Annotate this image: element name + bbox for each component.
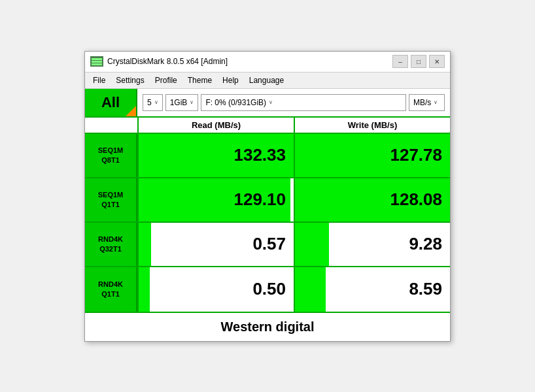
row-label-3: RND4KQ1T1 xyxy=(85,267,137,312)
size-arrow: ∨ xyxy=(190,99,194,105)
write-cell-3: 8.59 xyxy=(294,267,450,312)
top-controls: All 5 ∨ 1GiB ∨ F: 0% (0/931GiB) ∨ MB/s ∨ xyxy=(85,89,450,118)
write-cell-1: 128.08 xyxy=(294,178,450,221)
headers-row: Read (MB/s) Write (MB/s) xyxy=(85,118,450,134)
drive-dropdown[interactable]: F: 0% (0/931GiB) ∨ xyxy=(201,94,406,111)
read-value-1: 129.10 xyxy=(233,189,286,210)
title-bar: CrystalDiskMark 8.0.5 x64 [Admin] – □ ✕ xyxy=(85,52,450,73)
write-cell-0: 127.78 xyxy=(294,134,450,177)
read-cell-2: 0.57 xyxy=(137,223,294,266)
read-bar-2 xyxy=(139,223,151,266)
count-dropdown[interactable]: 5 ∨ xyxy=(143,94,163,111)
menu-item-file[interactable]: File xyxy=(88,74,111,87)
drive-arrow: ∨ xyxy=(269,99,273,105)
controls-right: 5 ∨ 1GiB ∨ F: 0% (0/931GiB) ∨ MB/s ∨ xyxy=(137,89,450,116)
menu-item-theme[interactable]: Theme xyxy=(182,74,217,87)
read-bar-3 xyxy=(139,267,150,312)
menu-item-help[interactable]: Help xyxy=(217,74,244,87)
table-row: SEQ1MQ8T1 132.33 127.78 xyxy=(85,134,450,178)
all-button[interactable]: All xyxy=(85,89,137,116)
footer-row: Western digital xyxy=(85,312,450,341)
write-value-0: 127.78 xyxy=(390,145,442,165)
write-bar-3 xyxy=(295,267,326,312)
table-row: RND4KQ1T1 0.50 8.59 xyxy=(85,267,450,312)
count-value: 5 xyxy=(147,98,152,107)
write-header: Write (MB/s) xyxy=(294,118,450,133)
write-cell-2: 9.28 xyxy=(294,223,450,266)
row-label-0: SEQ1MQ8T1 xyxy=(85,134,137,177)
write-bar-2 xyxy=(295,223,329,266)
row-label-1: SEQ1MQ1T1 xyxy=(85,178,137,221)
main-window: CrystalDiskMark 8.0.5 x64 [Admin] – □ ✕ … xyxy=(84,51,451,342)
write-value-2: 9.28 xyxy=(409,234,442,254)
row-label-2: RND4KQ32T1 xyxy=(85,223,137,266)
read-cell-1: 129.10 xyxy=(137,178,294,221)
title-bar-left: CrystalDiskMark 8.0.5 x64 [Admin] xyxy=(90,56,228,67)
units-value: MB/s xyxy=(413,98,431,107)
size-dropdown[interactable]: 1GiB ∨ xyxy=(165,94,199,111)
read-value-0: 132.33 xyxy=(233,145,286,165)
table-row: RND4KQ32T1 0.57 9.28 xyxy=(85,223,450,267)
menu-item-profile[interactable]: Profile xyxy=(150,74,182,87)
data-table: SEQ1MQ8T1 132.33 127.78 SEQ1MQ1T1 129.10… xyxy=(85,134,450,312)
read-value-3: 0.50 xyxy=(252,279,286,299)
app-icon xyxy=(90,56,103,67)
count-arrow: ∨ xyxy=(154,99,158,105)
read-value-2: 0.57 xyxy=(252,234,286,254)
menu-item-settings[interactable]: Settings xyxy=(111,74,149,87)
read-header: Read (MB/s) xyxy=(137,118,294,133)
close-button[interactable]: ✕ xyxy=(429,55,445,68)
main-content: All 5 ∨ 1GiB ∨ F: 0% (0/931GiB) ∨ MB/s ∨ xyxy=(85,89,450,341)
units-dropdown[interactable]: MB/s ∨ xyxy=(409,94,445,111)
drive-value: F: 0% (0/931GiB) xyxy=(205,98,266,107)
minimize-button[interactable]: – xyxy=(392,55,408,68)
window-title: CrystalDiskMark 8.0.5 x64 [Admin] xyxy=(107,57,228,66)
size-value: 1GiB xyxy=(170,98,188,107)
menu-bar: FileSettingsProfileThemeHelpLanguage xyxy=(85,73,450,89)
read-cell-3: 0.50 xyxy=(137,267,294,312)
write-value-3: 8.59 xyxy=(409,279,442,299)
label-col-header xyxy=(85,118,137,133)
table-row: SEQ1MQ1T1 129.10 128.08 xyxy=(85,178,450,223)
footer-label: Western digital xyxy=(221,319,315,334)
window-controls: – □ ✕ xyxy=(392,55,445,68)
menu-item-language[interactable]: Language xyxy=(244,74,289,87)
units-arrow: ∨ xyxy=(434,99,438,105)
maximize-button[interactable]: □ xyxy=(411,55,426,68)
write-value-1: 128.08 xyxy=(390,189,442,210)
read-cell-0: 132.33 xyxy=(137,134,294,177)
